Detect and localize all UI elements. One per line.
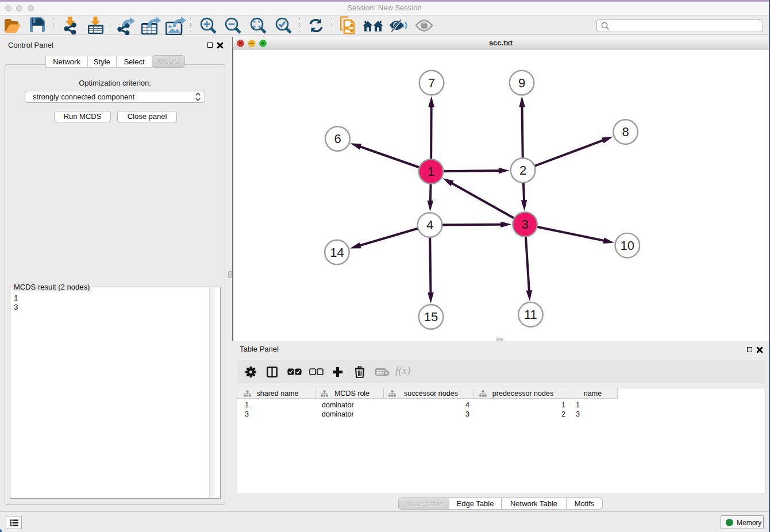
svg-text:9: 9 bbox=[518, 76, 525, 90]
svg-text:14: 14 bbox=[330, 245, 344, 260]
svg-text:7: 7 bbox=[428, 76, 435, 90]
svg-text:2: 2 bbox=[519, 163, 526, 178]
svg-text:11: 11 bbox=[524, 307, 537, 322]
svg-text:6: 6 bbox=[334, 132, 341, 146]
svg-text:15: 15 bbox=[424, 310, 438, 324]
svg-text:3: 3 bbox=[521, 217, 528, 232]
svg-text:4: 4 bbox=[426, 218, 433, 232]
svg-text:10: 10 bbox=[621, 238, 634, 253]
svg-text:1: 1 bbox=[428, 164, 434, 179]
svg-text:8: 8 bbox=[622, 125, 629, 139]
